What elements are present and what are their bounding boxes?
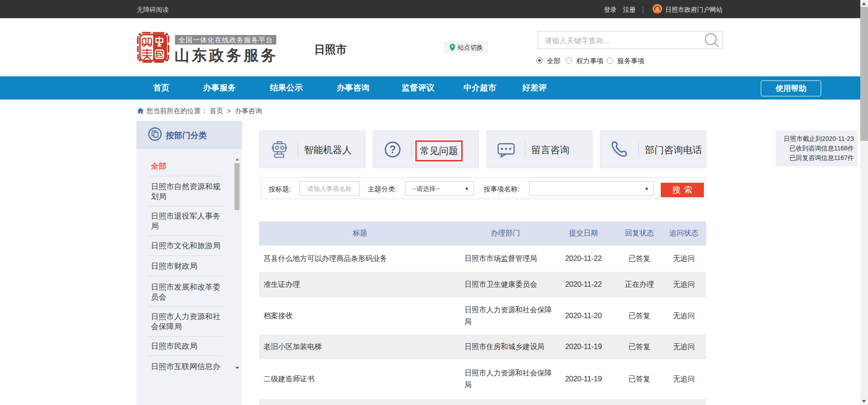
svg-text:?: ? [389, 144, 396, 155]
